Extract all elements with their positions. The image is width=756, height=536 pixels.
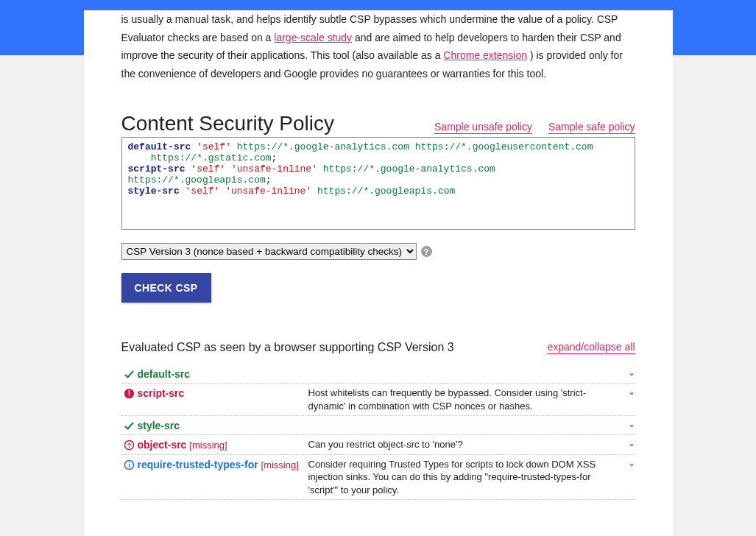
evaluation-title: Evaluated CSP as seen by a browser suppo… bbox=[121, 341, 454, 354]
svg-text:?: ? bbox=[127, 442, 132, 449]
evaluation-header-row: Evaluated CSP as seen by a browser suppo… bbox=[121, 341, 635, 354]
result-row[interactable]: irequire-trusted-types-for [missing]Cons… bbox=[121, 455, 635, 501]
intro-paragraph: is usually a manual task, and helps iden… bbox=[121, 10, 635, 82]
expand-collapse-link[interactable]: expand/collapse all bbox=[547, 341, 635, 354]
info-icon: i bbox=[124, 459, 135, 470]
chrome-extension-link[interactable]: Chrome extension bbox=[443, 49, 527, 61]
csp-textarea[interactable]: default-src 'self' https://*.google-anal… bbox=[121, 137, 635, 230]
result-directive: style-src bbox=[138, 419, 308, 431]
result-directive: script-src bbox=[138, 387, 308, 399]
csp-token-kw: 'unsafe-inline' bbox=[225, 186, 311, 197]
result-message: Can you restrict object-src to 'none'? bbox=[308, 438, 635, 451]
csp-token-dir: script-src bbox=[128, 163, 186, 174]
page-card: is usually a manual task, and helps iden… bbox=[84, 10, 673, 536]
csp-token-kw: 'self' bbox=[197, 141, 231, 152]
result-icon-cell: ? bbox=[121, 438, 138, 451]
chevron-down-icon[interactable]: ⌄ bbox=[628, 438, 635, 448]
controls-row: CSP Version 1CSP Version 2CSP Version 3 … bbox=[121, 243, 635, 260]
chevron-down-icon[interactable]: ⌄ bbox=[628, 367, 635, 378]
csp-token-url: https://*.google-analytics.com bbox=[323, 163, 495, 174]
result-directive: object-src [missing] bbox=[138, 438, 308, 451]
svg-text:!: ! bbox=[128, 389, 130, 398]
csp-token-dir: style-src bbox=[128, 186, 180, 197]
result-row[interactable]: ?object-src [missing]Can you restrict ob… bbox=[121, 435, 635, 455]
sample-safe-link[interactable]: Sample safe policy bbox=[548, 121, 635, 134]
csp-token-url: https://*.google-analytics.com bbox=[237, 141, 409, 152]
result-icon-cell: i bbox=[121, 458, 138, 470]
large-scale-study-link[interactable]: large-scale study bbox=[274, 32, 352, 43]
help-icon[interactable]: ? bbox=[421, 246, 432, 257]
csp-token-kw: 'self' bbox=[186, 186, 220, 197]
chevron-down-icon[interactable]: ⌄ bbox=[628, 419, 635, 429]
error-icon: ! bbox=[124, 388, 135, 399]
check-csp-button[interactable]: CHECK CSP bbox=[121, 273, 211, 303]
csp-token-kw: 'self' bbox=[191, 163, 225, 174]
check-icon bbox=[124, 369, 135, 380]
result-directive: default-src bbox=[138, 367, 308, 380]
csp-token-dir: default-src bbox=[128, 141, 191, 152]
result-message: Consider requiring Trusted Types for scr… bbox=[308, 458, 635, 497]
missing-tag: [missing] bbox=[261, 459, 299, 470]
result-message: Host whitelists can frequently be bypass… bbox=[308, 387, 635, 412]
result-row[interactable]: !script-srcHost whitelists can frequentl… bbox=[121, 384, 635, 416]
result-icon-cell bbox=[121, 419, 138, 431]
result-directive: require-trusted-types-for [missing] bbox=[138, 458, 308, 470]
chevron-down-icon[interactable]: ⌄ bbox=[628, 458, 635, 468]
result-row[interactable]: style-src⌄ bbox=[121, 416, 635, 435]
result-row[interactable]: default-src⌄ bbox=[121, 364, 635, 384]
question-icon: ? bbox=[124, 440, 135, 451]
results-list: default-src⌄!script-srcHost whitelists c… bbox=[121, 364, 635, 500]
chevron-down-icon[interactable]: ⌄ bbox=[628, 387, 635, 397]
csp-token-kw: 'unsafe-inline' bbox=[231, 163, 317, 174]
result-icon-cell: ! bbox=[121, 387, 138, 399]
csp-token-url: https://*.googleusercontent.com bbox=[415, 141, 593, 152]
missing-tag: [missing] bbox=[189, 440, 227, 451]
csp-version-select[interactable]: CSP Version 1CSP Version 2CSP Version 3 … bbox=[121, 243, 417, 260]
csp-token-url: https://*.googleapis.com bbox=[128, 174, 266, 186]
csp-token-url: https://*.gstatic.com bbox=[151, 152, 272, 163]
csp-token-url: https://*.googleapis.com bbox=[317, 186, 455, 197]
result-icon-cell bbox=[121, 367, 138, 380]
check-icon bbox=[124, 420, 135, 431]
sample-unsafe-link[interactable]: Sample unsafe policy bbox=[434, 121, 532, 134]
svg-text:i: i bbox=[128, 462, 130, 469]
